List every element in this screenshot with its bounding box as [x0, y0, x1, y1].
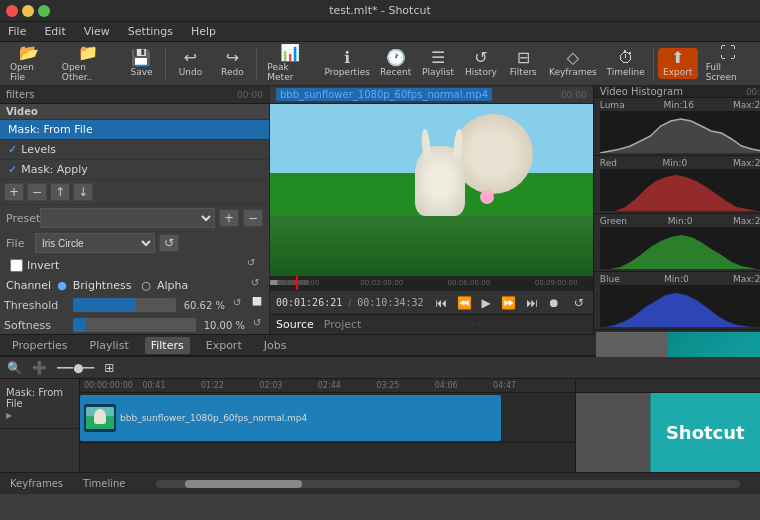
menu-file[interactable]: File — [4, 24, 30, 39]
threshold-value: 60.62 % — [180, 300, 225, 311]
window-controls[interactable] — [6, 5, 50, 17]
redo-button[interactable]: ↪ Redo — [212, 48, 252, 79]
preset-remove-button[interactable]: − — [243, 209, 263, 227]
tab-export[interactable]: Export — [200, 337, 248, 354]
minimize-button[interactable] — [22, 5, 34, 17]
scrollbar-thumb[interactable] — [185, 480, 302, 488]
histogram-header: Video Histogram 00:00 — [594, 86, 760, 98]
green-name: Green — [600, 216, 627, 226]
prev-frame-button[interactable]: ⏪ — [454, 296, 475, 310]
timeline-snap[interactable]: ⊞ — [101, 359, 117, 377]
keyframes-button[interactable]: ◇ Keyframes — [545, 48, 600, 79]
threshold-reset-button[interactable]: ↺ — [229, 297, 245, 313]
properties-button[interactable]: ℹ Properties — [321, 48, 374, 79]
peak-meter-button[interactable]: 📊 Peak Meter — [261, 43, 318, 84]
recent-button[interactable]: 🕐 Recent — [376, 48, 416, 79]
move-down-button[interactable]: ↓ — [73, 183, 93, 201]
scrollbar[interactable] — [156, 480, 740, 488]
channel-alpha-label: Alpha — [157, 279, 188, 292]
project-tab[interactable]: Project — [324, 318, 362, 331]
tab-playlist[interactable]: Playlist — [84, 337, 135, 354]
softness-slider[interactable] — [73, 318, 196, 332]
next-frame-button[interactable]: ⏩ — [498, 296, 519, 310]
red-graph — [600, 169, 760, 211]
channel-reset-button[interactable]: ↺ — [247, 277, 263, 293]
red-channel: Red Min:0 Max:255 — [594, 156, 760, 214]
channel-row: Channel ● Brightness ○ Alpha ↺ — [0, 275, 269, 295]
file-label: File — [6, 237, 31, 250]
softness-reset-button[interactable]: ↺ — [249, 317, 265, 333]
skip-start-button[interactable]: ⏮ — [432, 296, 450, 310]
blue-channel: Blue Min:0 Max:255 — [594, 272, 760, 330]
filter-item-mask-from-file[interactable]: Mask: From File — [0, 120, 269, 140]
move-up-button[interactable]: ↑ — [50, 183, 70, 201]
video-clip[interactable]: bbb_sunflower_1080p_60fps_normal.mp4 — [80, 395, 501, 441]
channel-radio-brightness[interactable]: ● — [57, 279, 67, 292]
undo-button[interactable]: ↩ Undo — [170, 48, 210, 79]
fullscreen-button[interactable]: ⛶ Full Screen — [700, 43, 756, 84]
export-button[interactable]: ⬆ Export — [658, 48, 698, 79]
video-section-label: Video — [0, 104, 269, 120]
invert-checkbox[interactable] — [10, 259, 23, 272]
menu-settings[interactable]: Settings — [124, 24, 177, 39]
history-button[interactable]: ↺ History — [460, 48, 501, 79]
toolbar-separator-3 — [653, 48, 654, 80]
playlist-button[interactable]: ☰ Playlist — [418, 48, 459, 79]
tab-properties[interactable]: Properties — [6, 337, 74, 354]
menu-edit[interactable]: Edit — [40, 24, 69, 39]
threshold-keyframe-button[interactable]: ⬜ — [249, 297, 265, 313]
play-button[interactable]: ▶ — [479, 296, 494, 310]
timeline-add[interactable]: ➕ — [29, 359, 50, 377]
filter-label-mask-apply: Mask: Apply — [21, 163, 88, 176]
preset-select[interactable] — [40, 208, 215, 228]
preset-add-button[interactable]: + — [219, 209, 239, 227]
timeline-zoom-slider[interactable]: ━━━⬤━━ — [54, 361, 97, 375]
tab-filters[interactable]: Filters — [145, 337, 190, 354]
timeline-label[interactable]: Timeline — [83, 478, 126, 489]
skip-end-button[interactable]: ⏭ — [523, 296, 541, 310]
histogram-timecode: 00:00 — [746, 87, 760, 97]
ground — [270, 216, 593, 276]
maximize-button[interactable] — [38, 5, 50, 17]
threshold-row: Threshold 60.62 % ↺ ⬜ — [0, 295, 269, 315]
close-button[interactable] — [6, 5, 18, 17]
threshold-slider-wrap — [73, 298, 176, 312]
green-graph — [600, 227, 760, 269]
remove-filter-button[interactable]: − — [27, 183, 47, 201]
loop-button[interactable]: ↺ — [571, 296, 587, 310]
track-play-button[interactable]: ▶ — [6, 411, 12, 420]
softness-label: Softness — [4, 319, 69, 332]
filter-item-mask-apply[interactable]: ✓ Mask: Apply — [0, 160, 269, 180]
channel-brightness-label: Brightness — [73, 279, 132, 292]
add-filter-button[interactable]: + — [4, 183, 24, 201]
source-tab[interactable]: Source — [276, 318, 314, 331]
menu-view[interactable]: View — [80, 24, 114, 39]
filter-list-toolbar: + − ↑ ↓ — [0, 180, 269, 205]
record-button[interactable]: ⏺ — [545, 296, 563, 310]
luma-channel: Luma Min:16 Max:235 — [594, 98, 760, 156]
audio-waveform — [80, 442, 501, 443]
luma-label: Luma Min:16 Max:235 — [600, 100, 760, 110]
main-area: filters 00:00 Video Mask: From File ✓ Le… — [0, 86, 760, 334]
open-file-button[interactable]: 📂 Open File — [4, 43, 54, 84]
keyframes-label[interactable]: Keyframes — [10, 478, 63, 489]
preset-row: Preset + − — [0, 205, 269, 231]
invert-reset-button[interactable]: ↺ — [243, 257, 259, 273]
channel-radio-alpha[interactable]: ○ — [141, 279, 151, 292]
timeline-preview-clips: Shotcut — [576, 393, 760, 472]
filters-header-label: filters — [6, 89, 34, 100]
file-select[interactable]: Iris Circle — [35, 233, 155, 253]
tab-jobs[interactable]: Jobs — [258, 337, 293, 354]
source-dots: · · · — [472, 320, 486, 330]
filter-item-levels[interactable]: ✓ Levels — [0, 140, 269, 160]
scrubber-timeline[interactable]: 00:00:00:00 00:03:00:00 00:06:00:00 00:0… — [270, 276, 593, 290]
threshold-slider[interactable] — [73, 298, 176, 312]
save-button[interactable]: 💾 Save — [121, 48, 161, 79]
open-other-button[interactable]: 📁 Open Other.. — [56, 43, 120, 84]
timeline-button[interactable]: ⏱ Timeline — [602, 48, 648, 79]
timeline-zoom-in[interactable]: 🔍 — [4, 359, 25, 377]
menu-help[interactable]: Help — [187, 24, 220, 39]
ruler-5: 03:25 — [376, 381, 399, 390]
filters-button[interactable]: ⊟ Filters — [503, 48, 543, 79]
file-reset-button[interactable]: ↺ — [159, 234, 179, 252]
